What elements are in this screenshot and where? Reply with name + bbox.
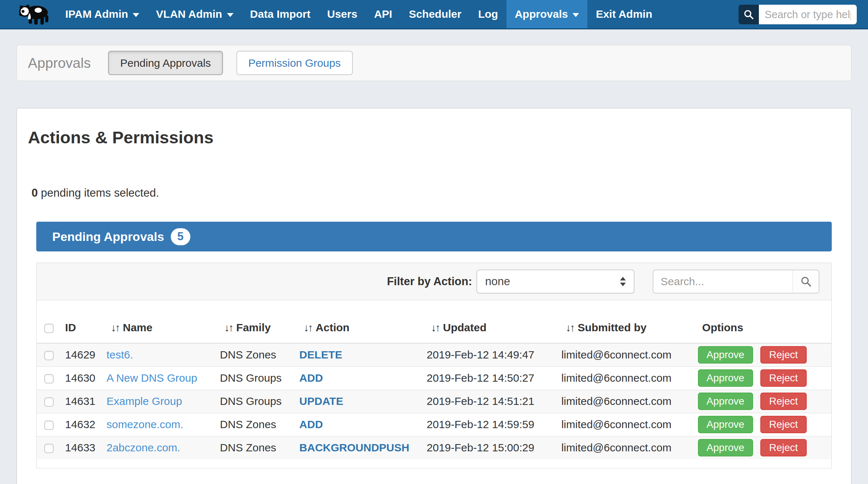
pending-approvals-table: ID ↓↑Name ↓↑Family ↓↑Action ↓↑Updated ↓↑… <box>37 300 831 459</box>
selected-text: pending items selected. <box>38 186 159 199</box>
nav-item-ipam-admin[interactable]: IPAM Admin <box>57 0 148 28</box>
nav-item-data-import[interactable]: Data Import <box>242 0 319 28</box>
nav-item-exit-admin[interactable]: Exit Admin <box>587 0 661 28</box>
row-checkbox[interactable] <box>44 444 54 453</box>
nav-item-users[interactable]: Users <box>319 0 365 28</box>
row-checkbox[interactable] <box>44 397 54 407</box>
select-all-checkbox[interactable] <box>44 324 54 333</box>
column-header-options[interactable]: Options <box>698 300 831 343</box>
cell-id: 14631 <box>61 390 107 413</box>
action-link[interactable]: ADD <box>299 372 323 384</box>
row-select-cell <box>37 413 61 436</box>
cell-id: 14630 <box>61 366 107 390</box>
panel-title: Pending Approvals <box>52 230 164 244</box>
sort-icon: ↓↑ <box>566 322 574 333</box>
sort-icon: ↓↑ <box>224 322 233 333</box>
name-link[interactable]: somezone.com. <box>107 418 183 430</box>
column-header-updated[interactable]: ↓↑Updated <box>427 300 561 343</box>
cell-options: Approve Reject <box>698 413 831 436</box>
approve-button[interactable]: Approve <box>698 439 753 456</box>
cell-submitted-by: limited@6connect.com <box>561 413 698 436</box>
nav-item-approvals[interactable]: Approvals <box>507 0 588 28</box>
cell-name: test6. <box>107 343 220 366</box>
page-header: Approvals Pending Approvals Permission G… <box>16 45 852 81</box>
table-search-input[interactable] <box>653 270 793 294</box>
name-link[interactable]: A New DNS Group <box>107 372 197 384</box>
column-header-family[interactable]: ↓↑Family <box>220 300 299 343</box>
approve-button[interactable]: Approve <box>698 416 753 433</box>
nav-item-scheduler[interactable]: Scheduler <box>401 0 470 28</box>
reject-button[interactable]: Reject <box>760 369 806 387</box>
action-link[interactable]: BACKGROUNDPUSH <box>299 442 409 454</box>
approve-button[interactable]: Approve <box>698 369 753 387</box>
table-row: 14632 somezone.com. DNS Zones ADD 2019-F… <box>37 413 831 436</box>
nav-search-input[interactable] <box>759 5 857 24</box>
table-row: 14633 2abczone.com. DNS Zones BACKGROUND… <box>37 436 831 459</box>
nav-item-log[interactable]: Log <box>470 0 507 28</box>
action-filter-select[interactable]: none <box>476 270 635 294</box>
caret-down-icon <box>573 13 579 17</box>
approve-button[interactable]: Approve <box>698 393 753 410</box>
nav-item-vlan-admin[interactable]: VLAN Admin <box>148 0 241 28</box>
row-checkbox[interactable] <box>44 351 54 360</box>
cell-action: UPDATE <box>299 390 427 413</box>
reject-button[interactable]: Reject <box>760 393 806 410</box>
cell-submitted-by: limited@6connect.com <box>561 366 698 390</box>
cell-id: 14632 <box>61 413 107 436</box>
approvals-panel: Filter by Action: none <box>36 263 832 468</box>
filter-bar: Filter by Action: none <box>37 263 831 300</box>
row-checkbox[interactable] <box>44 374 54 383</box>
column-header-name[interactable]: ↓↑Name <box>107 300 220 343</box>
selected-option: none <box>485 275 510 288</box>
reject-button[interactable]: Reject <box>760 416 806 433</box>
tab-permission-groups[interactable]: Permission Groups <box>236 51 353 75</box>
6connect-logo[interactable] <box>17 3 52 25</box>
cell-submitted-by: limited@6connect.com <box>561 436 698 459</box>
action-link[interactable]: UPDATE <box>299 395 343 407</box>
reject-button[interactable]: Reject <box>760 439 806 456</box>
cell-family: DNS Groups <box>220 366 299 390</box>
column-header-submitted-by[interactable]: ↓↑Submitted by <box>561 300 698 343</box>
cell-options: Approve Reject <box>698 343 831 366</box>
table-search-button[interactable] <box>793 270 819 294</box>
selected-count-line: 0 pending items selected. <box>32 186 851 200</box>
cell-action: DELETE <box>299 343 427 366</box>
cell-updated: 2019-Feb-12 14:49:47 <box>427 343 561 366</box>
count-badge: 5 <box>171 228 190 245</box>
table-row: 14631 Example Group DNS Groups UPDATE 20… <box>37 390 831 413</box>
selected-count: 0 <box>32 186 38 199</box>
cell-updated: 2019-Feb-12 14:50:27 <box>427 366 561 390</box>
nav-menu: IPAM Admin VLAN Admin Data Import Users … <box>57 0 661 28</box>
page-title: Approvals <box>28 55 91 71</box>
top-nav: IPAM Admin VLAN Admin Data Import Users … <box>0 0 868 29</box>
column-header-action[interactable]: ↓↑Action <box>299 300 427 343</box>
table-row: 14630 A New DNS Group DNS Groups ADD 201… <box>37 366 831 390</box>
row-checkbox[interactable] <box>44 421 54 430</box>
nav-item-api[interactable]: API <box>366 0 401 28</box>
action-link[interactable]: ADD <box>299 418 323 430</box>
cell-action: ADD <box>299 366 427 390</box>
cell-id: 14629 <box>61 343 107 366</box>
table-search <box>653 270 819 294</box>
cell-action: BACKGROUNDPUSH <box>299 436 427 459</box>
cell-updated: 2019-Feb-12 15:00:29 <box>427 436 561 459</box>
tab-pending-approvals[interactable]: Pending Approvals <box>108 51 223 75</box>
nav-search <box>739 5 857 24</box>
reject-button[interactable]: Reject <box>760 346 806 364</box>
cell-options: Approve Reject <box>698 366 831 390</box>
column-header-id[interactable]: ID <box>61 300 107 343</box>
table-row: 14629 test6. DNS Zones DELETE 2019-Feb-1… <box>37 343 831 366</box>
name-link[interactable]: Example Group <box>107 395 182 407</box>
search-icon <box>739 5 759 24</box>
action-link[interactable]: DELETE <box>299 349 342 361</box>
row-select-cell <box>37 390 61 413</box>
name-link[interactable]: test6. <box>107 349 133 361</box>
select-arrows-icon <box>620 277 626 286</box>
cell-updated: 2019-Feb-12 14:59:59 <box>427 413 561 436</box>
cell-family: DNS Groups <box>220 390 299 413</box>
caret-down-icon <box>227 13 233 17</box>
sort-icon: ↓↑ <box>304 322 312 333</box>
name-link[interactable]: 2abczone.com. <box>107 442 180 454</box>
approve-button[interactable]: Approve <box>698 346 753 364</box>
row-select-cell <box>37 343 61 366</box>
